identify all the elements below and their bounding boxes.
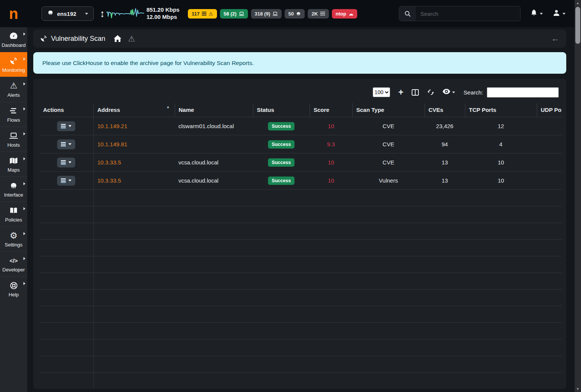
sidebar-item-settings[interactable]: ⚙ Settings bbox=[0, 226, 27, 251]
gauge-icon bbox=[9, 31, 18, 40]
cell-udp-ports bbox=[537, 172, 562, 190]
sidebar-item-monitoring[interactable]: Monitoring bbox=[0, 52, 27, 77]
sidebar-item-alerts[interactable]: ⚠ Alerts bbox=[0, 77, 27, 102]
cell-scan-type: CVE bbox=[352, 135, 425, 153]
flows-badge[interactable]: 2K bbox=[308, 9, 329, 19]
alerts-count-badge[interactable]: 117 ⚠ bbox=[188, 9, 217, 19]
user-icon bbox=[553, 9, 560, 18]
sidebar-item-label: Settings bbox=[5, 242, 23, 248]
col-name[interactable]: Name bbox=[175, 103, 253, 117]
empty-row bbox=[39, 273, 562, 290]
sidebar-item-label: Flows bbox=[7, 117, 20, 123]
page-size-select[interactable]: 100 bbox=[373, 87, 390, 97]
sidebar-item-hosts[interactable]: Hosts bbox=[0, 127, 27, 152]
cell-tcp-ports: 12 bbox=[465, 117, 537, 135]
sidebar-item-help[interactable]: Help bbox=[0, 276, 27, 301]
satellite-dish-icon bbox=[40, 35, 48, 42]
traffic-updown-icon: ↕ bbox=[100, 9, 105, 19]
cell-score: 10 bbox=[310, 172, 352, 190]
sidebar-item-developer[interactable]: </> Developer bbox=[0, 251, 27, 276]
row-actions-button[interactable] bbox=[57, 158, 75, 167]
life-ring-icon bbox=[10, 281, 18, 290]
empty-row bbox=[39, 339, 562, 356]
refresh-icon[interactable] bbox=[427, 89, 434, 96]
empty-row bbox=[39, 306, 562, 323]
col-score[interactable]: Score bbox=[310, 103, 352, 117]
page-title: Vulnerability Scan bbox=[51, 35, 105, 43]
col-scan-type[interactable]: Scan Type bbox=[352, 103, 425, 117]
ethernet-icon bbox=[47, 10, 54, 17]
cell-scan-type: CVE bbox=[352, 117, 425, 135]
visibility-menu[interactable] bbox=[443, 89, 455, 96]
stream-icon bbox=[320, 12, 325, 15]
cell-address[interactable]: 10.1.149.21 bbox=[93, 117, 175, 135]
sort-asc-icon: ▲ bbox=[166, 105, 170, 109]
empty-row bbox=[39, 356, 562, 373]
ntop-logo[interactable]: n bbox=[0, 0, 27, 27]
search-input[interactable] bbox=[416, 6, 520, 21]
top-bar: n ens192 ↕ 851.20 Kbps 12.00 Mbps 117 ⚠ … bbox=[0, 0, 575, 27]
chevron-right-icon bbox=[23, 157, 25, 160]
ntop-cloud-badge[interactable]: ntop ☁ bbox=[332, 9, 357, 19]
throughput-down: 12.00 Mbps bbox=[146, 14, 180, 21]
empty-row bbox=[39, 240, 562, 256]
col-address[interactable]: Address▲ bbox=[93, 103, 175, 117]
col-status[interactable]: Status bbox=[253, 103, 310, 117]
row-actions-button[interactable] bbox=[57, 121, 75, 131]
laptop-icon bbox=[273, 12, 278, 16]
chevron-down-icon bbox=[562, 13, 566, 15]
status-badge: Success bbox=[268, 140, 295, 149]
page-header: Vulnerability Scan ⚠ ← bbox=[33, 29, 566, 48]
chevron-down-icon bbox=[452, 91, 455, 93]
warning-icon[interactable]: ⚠ bbox=[128, 35, 135, 43]
col-tcp-ports[interactable]: TCP Ports bbox=[465, 103, 537, 117]
scroll-down-icon[interactable]: ▼ bbox=[575, 386, 581, 392]
table-search-input[interactable] bbox=[487, 87, 559, 98]
chevron-right-icon bbox=[23, 207, 25, 210]
sidebar-item-dashboard[interactable]: Dashboard bbox=[0, 27, 27, 52]
cell-name: vcsa.cloud.local bbox=[175, 172, 253, 190]
cell-address[interactable]: 10.1.149.81 bbox=[93, 135, 175, 153]
table-header-row: Actions Address▲ Name Status Score Scan … bbox=[39, 103, 562, 117]
active-hosts-badge[interactable]: 58 (2) bbox=[220, 9, 248, 19]
search-icon[interactable] bbox=[399, 6, 416, 21]
scroll-up-icon[interactable]: ▲ bbox=[575, 0, 581, 6]
sidebar-item-flows[interactable]: Flows bbox=[0, 102, 27, 127]
add-icon[interactable]: + bbox=[398, 88, 403, 97]
notifications-menu[interactable] bbox=[530, 9, 543, 18]
cell-address[interactable]: 10.3.33.5 bbox=[93, 172, 175, 190]
sidebar-item-maps[interactable]: Maps bbox=[0, 152, 27, 177]
row-actions-button[interactable] bbox=[57, 139, 75, 149]
hosts-badge[interactable]: 318 (9) bbox=[251, 9, 282, 19]
device-icon bbox=[296, 12, 301, 16]
cell-name: vcsa.cloud.local bbox=[175, 153, 253, 172]
cell-tcp-ports: 4 bbox=[465, 135, 537, 153]
sidebar-item-label: Policies bbox=[5, 217, 22, 223]
cell-score: 9.3 bbox=[310, 135, 352, 153]
bell-icon bbox=[530, 9, 538, 18]
chevron-down-icon bbox=[540, 13, 543, 15]
user-menu[interactable] bbox=[553, 9, 566, 18]
cell-udp-ports bbox=[537, 135, 562, 153]
columns-icon[interactable] bbox=[412, 89, 419, 96]
sidebar-item-interface[interactable]: Interface bbox=[0, 177, 27, 201]
table-row: 10.3.33.5 vcsa.cloud.local Success 10 CV… bbox=[39, 153, 562, 172]
row-actions-button[interactable] bbox=[57, 176, 75, 186]
vertical-scrollbar[interactable]: ▲ ▼ bbox=[575, 0, 581, 392]
col-cves[interactable]: CVEs bbox=[425, 103, 465, 117]
sidebar-item-label: Help bbox=[9, 292, 19, 297]
sidebar-item-policies[interactable]: Policies bbox=[0, 201, 27, 226]
status-badge: Success bbox=[268, 122, 295, 130]
cell-name bbox=[175, 135, 253, 153]
chevron-down-icon bbox=[68, 161, 71, 163]
interface-selector[interactable]: ens192 bbox=[42, 6, 94, 21]
table-controls: 100 + Search: bbox=[39, 87, 559, 98]
home-icon[interactable] bbox=[113, 35, 122, 42]
table-row: 10.3.33.5 vcsa.cloud.local Success 10 Vu… bbox=[39, 172, 562, 190]
interface-name: ens192 bbox=[57, 11, 76, 17]
cell-address[interactable]: 10.3.33.5 bbox=[93, 153, 175, 172]
col-udp-ports[interactable]: UDP Ports bbox=[537, 103, 562, 117]
back-arrow-icon[interactable]: ← bbox=[551, 34, 559, 43]
devices-badge[interactable]: 50 bbox=[285, 9, 305, 19]
scrollbar-thumb[interactable] bbox=[575, 7, 580, 44]
